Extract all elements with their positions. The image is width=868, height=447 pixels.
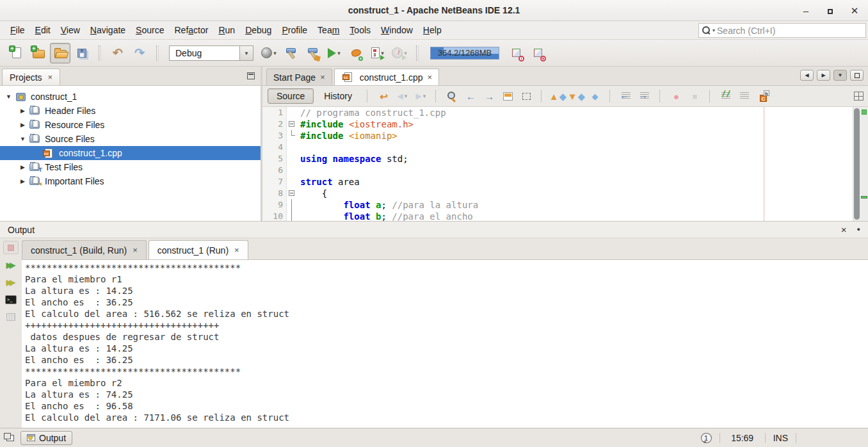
- code-editor[interactable]: 1// programa construct_1.cpp2#include <i…: [262, 107, 868, 221]
- expander-icon[interactable]: ▶: [18, 164, 28, 170]
- menu-profile[interactable]: Profile: [277, 22, 312, 38]
- search-input[interactable]: [717, 26, 862, 36]
- find-next-occurrence-button[interactable]: →: [481, 88, 498, 104]
- code-text: {: [298, 188, 327, 199]
- deploy-button[interactable]: ▾: [259, 43, 279, 63]
- menu-refactor[interactable]: Refactor: [169, 22, 213, 38]
- expander-icon[interactable]: ▼: [18, 136, 28, 142]
- current-line-mark-icon: [861, 196, 867, 199]
- combo-dropdown-icon[interactable]: ▾: [239, 46, 253, 60]
- rerun-button[interactable]: ▶▶: [3, 258, 19, 272]
- close-projects-tab-icon[interactable]: ×: [48, 73, 53, 81]
- maximize-window-button[interactable]: [850, 70, 864, 81]
- memory-indicator[interactable]: 364.2/1268MB: [430, 47, 499, 60]
- tree-item-resource-files[interactable]: ▶Resource Files: [0, 118, 261, 132]
- fold-collapse-icon[interactable]: [289, 121, 294, 127]
- open-in-terminal-button[interactable]: >_: [3, 293, 19, 306]
- scroll-tabs-right-button[interactable]: ▶: [817, 70, 830, 81]
- console-output[interactable]: ****************************************…: [22, 260, 868, 428]
- uncomment-button[interactable]: [736, 88, 753, 104]
- output-window-menu-icon[interactable]: ●: [857, 227, 860, 232]
- tree-item-label: construct_1.cpp: [56, 148, 125, 158]
- scrollbar-thumb[interactable]: [854, 108, 860, 220]
- toggle-bookmark-button[interactable]: ◆: [586, 88, 604, 104]
- tree-item-test-files[interactable]: ▶TTest Files: [0, 160, 261, 174]
- redo-button[interactable]: ↷: [129, 43, 150, 63]
- tab-construct-1-cpp[interactable]: construct_1.cpp×: [334, 69, 439, 85]
- output-tab-build-run[interactable]: construct_1 (Build, Run)×: [22, 240, 147, 259]
- menu-view[interactable]: View: [56, 22, 85, 38]
- debug-project-button[interactable]: [346, 43, 366, 63]
- maximize-button[interactable]: [826, 6, 835, 15]
- close-tab-icon[interactable]: ×: [133, 246, 138, 254]
- scroll-tabs-left-button[interactable]: ◀: [800, 70, 814, 81]
- close-output-icon[interactable]: ×: [841, 225, 847, 234]
- history-view-button[interactable]: History: [315, 88, 361, 104]
- expander-icon[interactable]: ▶: [18, 122, 28, 128]
- open-project-button[interactable]: [50, 43, 70, 63]
- run-project-button[interactable]: ▾: [324, 43, 344, 63]
- previous-bookmark-button[interactable]: ▲◆: [549, 88, 567, 104]
- tree-item-project-construct-1[interactable]: ▼construct_1: [0, 90, 261, 104]
- close-tab-icon[interactable]: ×: [234, 246, 239, 254]
- last-edit-location-button[interactable]: ↩: [375, 88, 392, 104]
- comment-button[interactable]: //: [718, 88, 735, 104]
- dock-panel-icon[interactable]: [6, 435, 14, 441]
- profile-project-button[interactable]: ▾: [367, 43, 388, 63]
- tree-item-construct-1-cpp[interactable]: construct_1.cpp: [0, 146, 261, 160]
- minimize-button[interactable]: –: [801, 6, 810, 15]
- close-tab-icon[interactable]: ×: [428, 73, 433, 81]
- output-minimized-button[interactable]: Output: [20, 431, 72, 445]
- clean-build-project-button[interactable]: [302, 43, 323, 63]
- new-project-button[interactable]: +: [28, 43, 49, 63]
- menu-window[interactable]: Window: [376, 22, 418, 38]
- minimize-panel-icon[interactable]: [247, 72, 255, 79]
- menu-run[interactable]: Run: [213, 22, 240, 38]
- menu-file[interactable]: File: [5, 22, 30, 38]
- next-bookmark-button[interactable]: ▼◆: [568, 88, 585, 104]
- menu-source[interactable]: Source: [131, 22, 169, 38]
- config-combobox[interactable]: Debug▾: [169, 45, 253, 61]
- undo-button[interactable]: ↶: [108, 43, 128, 63]
- tree-item-source-files[interactable]: ▼Source Files: [0, 132, 261, 146]
- expander-icon[interactable]: ▶: [18, 178, 28, 184]
- close-button[interactable]: ✕: [850, 6, 859, 15]
- search-dropdown-icon[interactable]: ▾: [712, 28, 715, 33]
- tree-item-header-files[interactable]: ▶Header Files: [0, 104, 261, 118]
- shift-line-right-button[interactable]: →: [636, 88, 654, 104]
- menu-debug[interactable]: Debug: [240, 22, 277, 38]
- notifications-icon[interactable]: 1: [701, 433, 712, 443]
- opened-documents-list-button[interactable]: ▼: [833, 70, 847, 81]
- editor-scrollbar[interactable]: [853, 107, 860, 221]
- output-tab-run[interactable]: construct_1 (Run)×: [149, 240, 248, 259]
- split-window-icon[interactable]: [854, 92, 864, 101]
- fold-collapse-icon[interactable]: [289, 190, 294, 196]
- menu-edit[interactable]: Edit: [30, 22, 56, 38]
- save-all-button[interactable]: [72, 43, 92, 63]
- new-file-button[interactable]: +: [6, 43, 27, 63]
- build-project-button[interactable]: [280, 43, 301, 63]
- menu-navigate[interactable]: Navigate: [85, 22, 131, 38]
- expander-icon[interactable]: ▶: [18, 108, 28, 114]
- menu-team[interactable]: Team: [312, 22, 344, 38]
- shift-line-left-button[interactable]: ←: [618, 88, 635, 104]
- tab-start-page[interactable]: Start Page×: [266, 69, 332, 85]
- rerun-with-parameters-button[interactable]: ▶▶: [3, 275, 19, 289]
- profiling-point-time-button[interactable]: [506, 43, 526, 63]
- find-selection-button[interactable]: [444, 88, 461, 104]
- close-tab-icon[interactable]: ×: [320, 73, 325, 81]
- editor-tab-row: Start Page×construct_1.cpp× ◀▶▼: [262, 67, 868, 86]
- toggle-highlight-search-button[interactable]: [499, 88, 517, 104]
- menu-help[interactable]: Help: [418, 22, 447, 38]
- projects-tab[interactable]: Projects ×: [2, 69, 60, 85]
- expander-icon[interactable]: ▼: [4, 93, 13, 100]
- tree-item-important-files[interactable]: ▶♦Important Files: [0, 174, 261, 188]
- quick-search-box[interactable]: ▾: [698, 23, 866, 38]
- profiling-point-record-button[interactable]: [527, 43, 548, 63]
- find-previous-occurrence-button[interactable]: ←: [462, 88, 479, 104]
- source-view-button[interactable]: Source: [268, 88, 314, 104]
- menu-tools[interactable]: Tools: [344, 22, 376, 38]
- start-macro-recording-button[interactable]: ●: [668, 88, 685, 104]
- insert-code-button[interactable]: Ch: [755, 88, 772, 104]
- toggle-rectangular-selection-button[interactable]: [518, 88, 535, 104]
